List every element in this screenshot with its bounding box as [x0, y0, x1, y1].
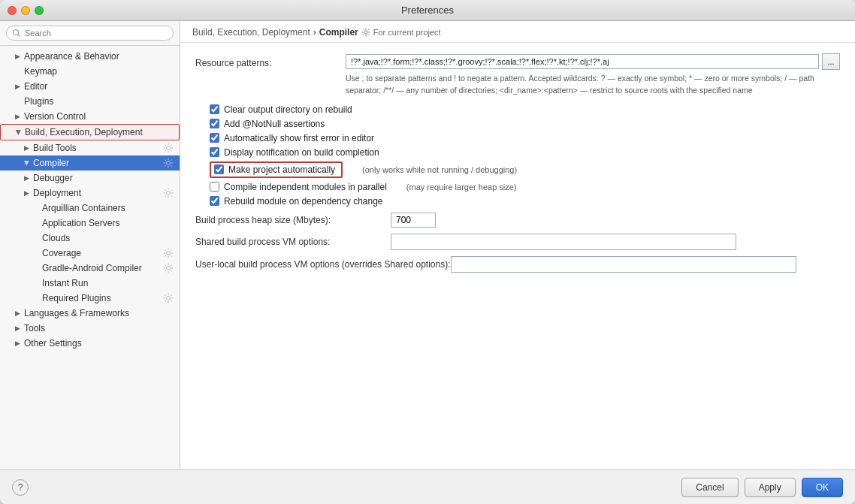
rebuild-dep-row: Rebuild module on dependency change — [195, 196, 840, 207]
breadcrumb-separator: › — [313, 27, 316, 38]
sidebar-item-compiler[interactable]: Compiler — [0, 155, 180, 171]
sidebar-item-label: Gradle-Android Compiler — [42, 263, 142, 273]
sidebar-item-label: Appearance & Behavior — [24, 51, 119, 62]
search-input[interactable] — [6, 26, 174, 41]
arrow-icon — [15, 113, 24, 120]
rebuild-dep-checkbox[interactable] — [210, 196, 219, 206]
shared-vm-input[interactable] — [391, 234, 736, 250]
sidebar-item-tools[interactable]: Tools — [0, 321, 180, 336]
settings-icon — [163, 293, 174, 303]
settings-icon — [163, 143, 174, 153]
svg-point-0 — [364, 31, 367, 34]
sidebar-item-editor[interactable]: Editor — [0, 79, 180, 94]
sidebar-item-required-plugins[interactable]: Required Plugins — [0, 291, 180, 306]
sidebar-item-label: Compiler — [33, 158, 69, 168]
content-area: Resource patterns: ... Use ; to separate… — [180, 43, 855, 469]
content-panel: Build, Execution, Deployment › Compiler … — [180, 21, 855, 469]
sidebar-item-label: Debugger — [33, 173, 73, 183]
resource-patterns-input-group: ... — [346, 53, 840, 70]
compile-parallel-note: (may require larger heap size) — [406, 183, 517, 192]
sidebar-item-other-settings[interactable]: Other Settings — [0, 336, 180, 351]
sidebar-item-keymap[interactable]: Keymap — [0, 64, 180, 79]
sidebar-item-label: Coverage — [42, 248, 81, 258]
clear-output-checkbox[interactable] — [210, 104, 219, 114]
show-error-checkbox[interactable] — [210, 133, 219, 143]
shared-vm-label: Shared build process VM options: — [195, 237, 391, 247]
sidebar-item-build-tools[interactable]: Build Tools — [0, 140, 180, 155]
compile-parallel-checkbox[interactable] — [210, 182, 219, 192]
make-project-note: (only works while not running / debuggin… — [362, 165, 517, 174]
make-project-checkbox[interactable] — [214, 164, 224, 174]
heap-input[interactable] — [391, 213, 436, 228]
browse-button[interactable]: ... — [822, 53, 840, 70]
breadcrumb-project: For current project — [361, 28, 441, 37]
help-button[interactable]: ? — [12, 479, 29, 496]
sidebar-item-clouds[interactable]: Clouds — [0, 231, 180, 246]
notnull-checkbox[interactable] — [210, 119, 219, 128]
heap-label: Build process heap size (Mbytes): — [195, 215, 391, 225]
sidebar-item-deployment[interactable]: Deployment — [0, 186, 180, 201]
settings-icon — [163, 188, 174, 198]
sidebar-item-version-control[interactable]: Version Control — [0, 109, 180, 124]
sidebar-item-instant-run[interactable]: Instant Run — [0, 276, 180, 291]
resource-patterns-label: Resource patterns: — [195, 56, 346, 68]
make-project-highlight-box: Make project automatically — [210, 161, 343, 178]
show-error-label: Automatically show first error in editor — [224, 133, 374, 143]
arrow-icon — [15, 309, 24, 317]
sidebar-item-debugger[interactable]: Debugger — [0, 171, 180, 186]
cancel-button[interactable]: Cancel — [681, 478, 738, 497]
sidebar-item-label: Languages & Frameworks — [24, 308, 129, 318]
sidebar-item-label: Other Settings — [24, 338, 82, 349]
rebuild-dep-label: Rebuild module on dependency change — [224, 196, 383, 207]
resource-patterns-input[interactable] — [346, 54, 819, 69]
notnull-label: Add @NotNull assertions — [224, 119, 325, 129]
arrow-icon — [15, 83, 24, 90]
project-label: For current project — [373, 28, 441, 37]
sidebar-item-label: Build, Execution, Deployment — [25, 127, 143, 137]
sidebar-item-label: Required Plugins — [42, 293, 110, 303]
arrow-icon — [15, 340, 24, 347]
titlebar: Preferences — [0, 0, 855, 21]
breadcrumb-current: Compiler — [319, 27, 358, 38]
apply-button[interactable]: Apply — [745, 478, 796, 497]
search-bar — [0, 21, 180, 46]
settings-cog-icon — [361, 28, 370, 37]
heap-size-row: Build process heap size (Mbytes): — [195, 213, 840, 228]
arrow-icon — [24, 174, 33, 182]
ok-button[interactable]: OK — [802, 478, 843, 497]
sidebar-item-plugins[interactable]: Plugins — [0, 94, 180, 109]
window-title: Preferences — [401, 5, 454, 16]
build-notification-row: Display notification on build completion — [195, 147, 840, 158]
sidebar-item-languages[interactable]: Languages & Frameworks — [0, 306, 180, 321]
settings-icon — [163, 263, 174, 273]
sidebar-item-coverage[interactable]: Coverage — [0, 246, 180, 261]
sidebar-item-label: Tools — [24, 323, 45, 333]
sidebar-item-appearance[interactable]: Appearance & Behavior — [0, 49, 180, 64]
sidebar-item-label: Clouds — [42, 233, 70, 243]
maximize-button[interactable] — [35, 6, 44, 15]
bottom-bar: ? Cancel Apply OK — [0, 469, 855, 504]
hint-text: Use ; to separate patterns and ! to nega… — [346, 73, 840, 97]
sidebar-item-label: Instant Run — [42, 278, 88, 288]
sidebar-item-label: Application Servers — [42, 218, 119, 228]
compile-parallel-label: Compile independent modules in parallel — [224, 182, 387, 192]
sidebar-item-gradle-android[interactable]: Gradle-Android Compiler — [0, 261, 180, 276]
make-project-row: Make project automatically (only works w… — [195, 161, 840, 178]
user-vm-input[interactable] — [451, 256, 796, 273]
build-notification-checkbox[interactable] — [210, 147, 219, 157]
clear-output-label: Clear output directory on rebuild — [224, 104, 352, 115]
sidebar-item-arquillian[interactable]: Arquillian Containers — [0, 201, 180, 216]
user-vm-row: User-local build process VM options (ove… — [195, 256, 840, 273]
arrow-icon — [15, 324, 24, 332]
close-button[interactable] — [8, 6, 17, 15]
sidebar-item-label: Build Tools — [33, 143, 77, 153]
show-error-row: Automatically show first error in editor — [195, 133, 840, 143]
sidebar-item-build-exec-deploy[interactable]: Build, Execution, Deployment — [0, 124, 180, 140]
clear-output-row: Clear output directory on rebuild — [195, 104, 840, 115]
preferences-window: Preferences Appearance & Behavior Keymap — [0, 0, 855, 504]
minimize-button[interactable] — [21, 6, 30, 15]
main-body: Appearance & Behavior Keymap Editor Plug… — [0, 21, 855, 469]
resource-patterns-row: Resource patterns: ... — [195, 53, 840, 70]
arrow-icon — [15, 53, 24, 60]
sidebar-item-app-servers[interactable]: Application Servers — [0, 216, 180, 231]
